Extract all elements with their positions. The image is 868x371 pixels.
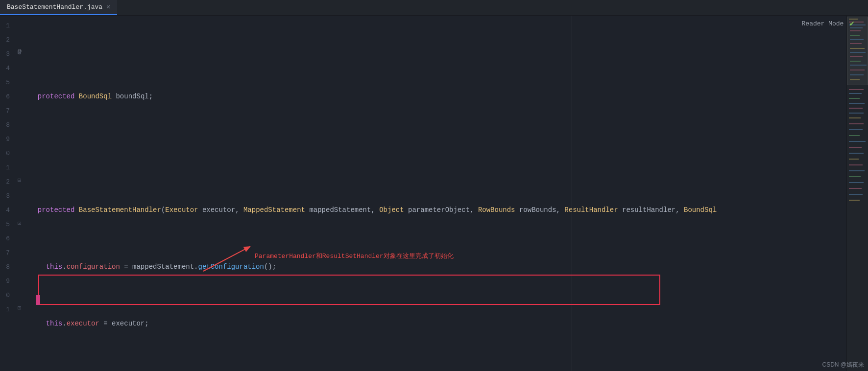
fold-icon[interactable]: ⊟: [18, 49, 21, 56]
reader-mode-toggle[interactable]: Reader Mode: [802, 20, 844, 27]
gutter-icon-strip: @ ⊟ ⊟ ⊡ ⊡: [15, 16, 29, 371]
code-line: protected BoundSql boundSql;: [29, 90, 846, 104]
fold-icon[interactable]: ⊟: [18, 177, 21, 184]
annotation-highlight-box: [38, 275, 660, 305]
tab-current-file[interactable]: BaseStatementHandler.java ×: [0, 0, 117, 15]
inspection-ok-icon[interactable]: ✔: [849, 19, 854, 28]
code-line: this.executor = executor;: [29, 317, 846, 331]
line-number-gutter: 1234567890 1234567890 1: [0, 16, 15, 371]
code-line: [29, 146, 846, 161]
editor-status-bar: Reader Mode ✔: [802, 18, 854, 29]
code-line: protected BaseStatementHandler(Executor …: [29, 203, 846, 217]
tab-filename: BaseStatementHandler.java: [7, 3, 102, 11]
tab-bar-spacer: [117, 0, 868, 15]
annotation-marker: [36, 295, 40, 305]
code-editor[interactable]: 1234567890 1234567890 1 @ ⊟ ⊟ ⊡ ⊡ protec…: [0, 16, 868, 371]
code-area[interactable]: protected BoundSql boundSql; protected B…: [29, 16, 846, 371]
minimap[interactable]: [846, 16, 868, 371]
close-icon[interactable]: ×: [106, 3, 110, 11]
watermark: CSDN @嫣夜来: [822, 361, 864, 369]
fold-end-icon[interactable]: ⊡: [18, 304, 21, 312]
code-line: this.configuration = mappedStatement.get…: [29, 260, 846, 274]
fold-end-icon[interactable]: ⊡: [18, 220, 21, 227]
tab-bar: BaseStatementHandler.java ×: [0, 0, 868, 16]
